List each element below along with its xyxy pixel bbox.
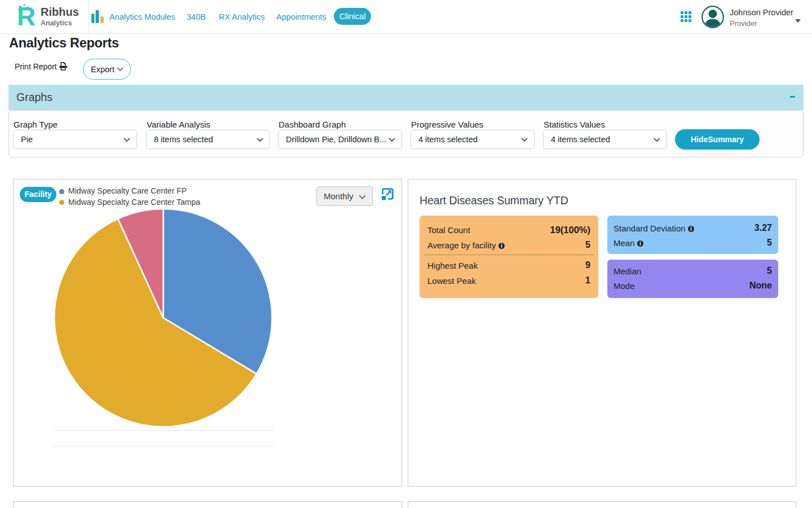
svg-text:Ribhus: Ribhus (41, 6, 79, 18)
svg-text:Analytics: Analytics (41, 19, 72, 27)
